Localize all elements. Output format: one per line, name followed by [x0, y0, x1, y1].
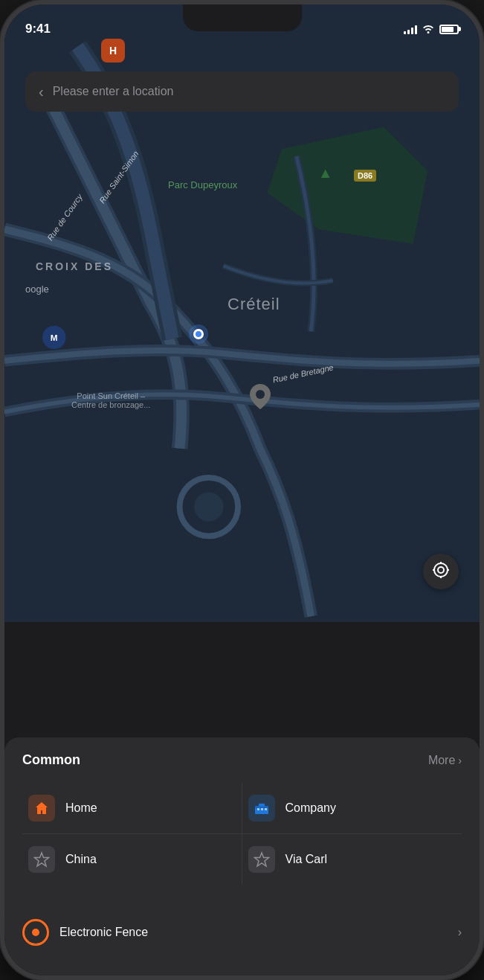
via-carl-star-icon	[248, 846, 275, 873]
svg-marker-21	[254, 853, 268, 866]
bottom-sheet: Common More › Home	[4, 737, 480, 976]
fence-chevron-icon: ›	[458, 926, 462, 939]
common-title: Common	[22, 752, 80, 768]
svg-rect-17	[257, 808, 259, 810]
more-link[interactable]: More ›	[428, 754, 462, 767]
search-bar[interactable]: ‹ Please enter a location	[25, 71, 459, 112]
signal-bar-1	[404, 31, 406, 34]
common-section: Common More › Home	[4, 737, 480, 897]
company-icon	[248, 795, 275, 822]
location-dot	[189, 324, 208, 344]
fence-item[interactable]: Electronic Fence ›	[22, 904, 462, 961]
china-star-icon	[28, 846, 55, 873]
more-chevron-icon: ›	[458, 755, 462, 766]
fence-left: Electronic Fence	[22, 919, 148, 946]
svg-point-3	[194, 492, 223, 521]
location-pin	[250, 384, 271, 414]
svg-point-7	[256, 390, 265, 399]
google-watermark: oogle	[25, 284, 49, 295]
via-carl-label: Via Carl	[285, 853, 328, 866]
svg-marker-20	[35, 853, 49, 866]
electronic-fence-icon	[22, 919, 49, 946]
status-bar: 9:41	[4, 4, 480, 45]
search-placeholder-text: Please enter a location	[53, 85, 174, 98]
back-icon[interactable]: ‹	[39, 83, 44, 100]
home-icon	[28, 795, 55, 822]
place-item-via-carl[interactable]: Via Carl	[242, 834, 462, 885]
fence-dot	[32, 929, 39, 936]
fence-name: Electronic Fence	[59, 926, 148, 939]
signal-bar-4	[415, 25, 417, 34]
battery-fill	[442, 27, 454, 32]
place-item-china[interactable]: China	[22, 834, 242, 885]
phone-frame: 9:41	[0, 0, 484, 980]
wifi-icon	[422, 23, 435, 36]
signal-bars-icon	[404, 24, 417, 34]
company-label: Company	[285, 801, 336, 815]
gps-icon	[432, 561, 450, 583]
city-label: Créteil	[228, 295, 280, 314]
common-header: Common More ›	[22, 752, 462, 768]
svg-rect-16	[259, 804, 265, 807]
places-grid: Home Company	[22, 783, 462, 885]
park-label: Parc Dupeyroux	[168, 179, 237, 190]
location-dot-inner	[193, 329, 204, 339]
battery-icon	[439, 25, 459, 34]
svg-point-8	[438, 567, 444, 573]
gps-button[interactable]	[423, 554, 459, 589]
svg-text:▲: ▲	[318, 164, 332, 181]
signal-bar-3	[411, 28, 413, 34]
road-badge: D86	[354, 170, 376, 182]
more-label: More	[428, 754, 455, 767]
place-item-home[interactable]: Home	[22, 783, 242, 834]
china-label: China	[65, 853, 97, 866]
status-icons	[404, 23, 459, 36]
svg-point-9	[434, 563, 448, 577]
status-time: 9:41	[25, 22, 51, 36]
home-label: Home	[65, 801, 97, 815]
poi-label: Point Sun Créteil –Centre de bronzage...	[71, 391, 150, 409]
croix-des-label: CROIX DES	[36, 260, 113, 272]
svg-rect-18	[261, 808, 263, 810]
fence-section[interactable]: Electronic Fence ›	[4, 904, 480, 961]
svg-text:M: M	[51, 333, 58, 342]
location-dot-outer	[189, 324, 208, 344]
svg-rect-19	[265, 808, 267, 810]
place-item-company[interactable]: Company	[242, 783, 462, 834]
signal-bar-2	[407, 30, 410, 34]
